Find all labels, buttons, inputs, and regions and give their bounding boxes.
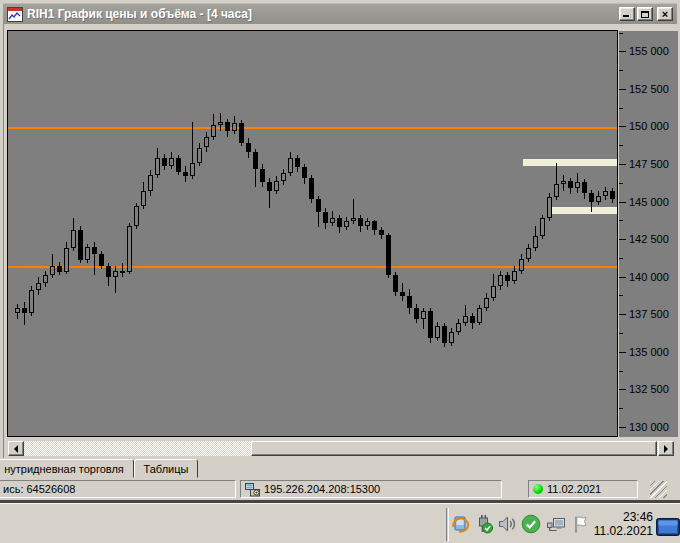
candle-body [148, 175, 153, 192]
axis-tick-label: 140 000 [629, 271, 669, 283]
candle-body [71, 230, 76, 248]
candle-body [393, 275, 398, 292]
axis-tick-label: 142 500 [629, 233, 669, 245]
scrollbar-thumb[interactable] [251, 441, 657, 456]
candle-body [57, 266, 62, 272]
candle-body [281, 173, 286, 181]
tab-intraday-trading[interactable]: нутридневная торговля [0, 459, 134, 478]
axis-major-tick [619, 277, 626, 278]
axis-minor-tick [619, 333, 623, 334]
clock-time: 23:46 [594, 510, 653, 524]
candle-body [456, 323, 461, 332]
close-icon: × [662, 9, 668, 19]
candle-body [323, 212, 328, 223]
candle-body [225, 122, 230, 131]
axis-major-tick [619, 314, 626, 315]
axis-major-tick [619, 51, 626, 52]
candle-body [15, 308, 20, 313]
candle-body [554, 184, 559, 198]
resize-grip[interactable] [650, 481, 667, 498]
statusbar: ись: 64526608 195.226.204.208:15300 11.0… [0, 478, 677, 500]
candle-body [197, 148, 202, 163]
flag-icon[interactable] [571, 514, 591, 534]
candle-body [106, 266, 111, 277]
candle-body [603, 191, 608, 196]
tab-tables[interactable]: Таблицы [134, 459, 198, 478]
minimize-button[interactable] [619, 7, 635, 21]
axis-major-tick [619, 164, 626, 165]
network-connection-icon [245, 482, 260, 497]
candle-body [449, 332, 454, 343]
statusbar-date-panel: 11.02.2021 [528, 480, 638, 498]
arrow-right-icon [664, 445, 672, 453]
highlight-band [548, 207, 617, 214]
price-chart[interactable] [7, 30, 618, 437]
candle-body [400, 292, 405, 297]
axis-minor-tick [619, 295, 623, 296]
candle-body [169, 158, 174, 166]
session-date: 11.02.2021 [547, 483, 601, 495]
candle-body [162, 158, 167, 166]
candle-body [407, 296, 412, 308]
axis-major-tick [619, 89, 626, 90]
highlight-band [523, 159, 617, 166]
taskbar: 23:46 11.02.2021 [0, 503, 680, 543]
clock-date: 11.02.2021 [594, 524, 653, 538]
candle-body [365, 221, 370, 226]
price-axis[interactable]: 130 000132 500135 000137 500140 000142 5… [619, 31, 678, 437]
candle-body [435, 326, 440, 338]
candle-body [134, 206, 139, 226]
axis-major-tick [619, 126, 626, 127]
candle-body [442, 326, 447, 343]
candle-body [50, 266, 55, 275]
candle-body [183, 172, 188, 177]
candle-body [22, 308, 27, 313]
protection-ok-icon[interactable] [521, 514, 541, 534]
candle-wick [24, 302, 25, 325]
candle-body [358, 218, 363, 226]
candle-body [379, 230, 384, 235]
candle-body [120, 271, 125, 273]
candle-body [155, 158, 160, 175]
chart-region: 130 000132 500135 000137 500140 000142 5… [3, 24, 677, 458]
candle-body [85, 247, 90, 261]
axis-minor-tick [619, 220, 623, 221]
candle-body [372, 221, 377, 230]
axis-tick-label: 155 000 [629, 45, 669, 57]
connection-status-led [533, 484, 543, 494]
desktop-screen: RIH1 График цены и объёма - [4 часа] × 1… [0, 0, 680, 543]
statusbar-server-panel: 195.226.204.208:15300 [240, 480, 502, 498]
network-connection-tray-icon[interactable] [546, 514, 566, 534]
scroll-right-button[interactable] [658, 441, 674, 456]
candle-body [533, 236, 538, 248]
scroll-left-button[interactable] [8, 441, 24, 456]
sync-icon[interactable] [450, 514, 470, 534]
maximize-button[interactable] [637, 7, 653, 21]
close-button[interactable]: × [657, 7, 673, 21]
chart-horizontal-scrollbar[interactable] [8, 441, 674, 456]
candle-body [78, 230, 83, 260]
candle-body [253, 152, 258, 169]
show-desktop-monitor-icon[interactable] [656, 518, 680, 536]
candle-body [512, 271, 517, 282]
candle-body [246, 143, 251, 152]
window-titlebar[interactable]: RIH1 График цены и объёма - [4 часа] × [3, 3, 677, 24]
minimize-icon [623, 15, 629, 17]
volume-icon[interactable] [497, 514, 517, 534]
candle-body [519, 259, 524, 271]
candle-body [274, 181, 279, 192]
candle-body [295, 158, 300, 167]
taskbar-clock[interactable]: 23:46 11.02.2021 [594, 510, 653, 538]
candle-body [414, 308, 419, 319]
candle-body [218, 122, 223, 125]
candle-body [204, 137, 209, 148]
candle-body [176, 158, 181, 172]
candle-body [113, 271, 118, 277]
axis-minor-tick [619, 408, 623, 409]
candle-body [526, 248, 531, 259]
usb-device-icon[interactable] [474, 514, 494, 534]
candle-body [491, 286, 496, 298]
axis-tick-label: 145 000 [629, 196, 669, 208]
axis-minor-tick [619, 70, 623, 71]
tab-label: Таблицы [144, 463, 189, 475]
